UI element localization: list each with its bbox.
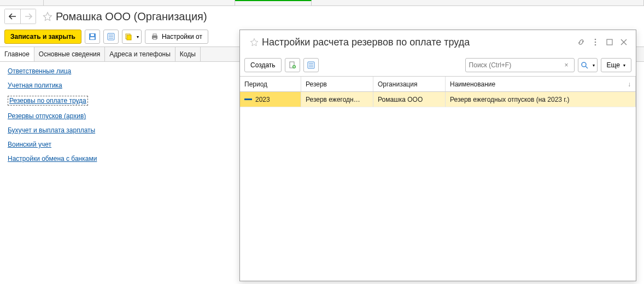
more-button[interactable]: Еще ▾ [601,58,631,72]
chevron-down-icon: ▾ [593,63,595,68]
svg-rect-10 [153,34,156,36]
arrow-right-icon [25,13,32,20]
link-icon[interactable] [576,37,587,48]
svg-line-23 [586,66,588,68]
modal-title: Настройки расчета резервов по оплате тру… [262,37,572,48]
search-dropdown-button[interactable]: ▾ [578,58,598,72]
sort-desc-icon: ↓ [628,80,631,88]
app-ribbon [0,0,644,6]
link-military[interactable]: Воинский учет [8,141,51,148]
link-accounting-policy[interactable]: Учетная политика [8,82,62,89]
modal-list-button[interactable] [303,58,319,72]
search-icon [581,61,588,69]
create-button[interactable]: Создать [244,58,282,72]
col-header-name[interactable]: Наименование ↓ [446,77,636,91]
search-box[interactable]: × [465,58,575,72]
save-icon [89,33,96,40]
page-title: Ромашка ООО (Организация) [56,10,207,23]
list-icon [307,61,315,69]
reserves-modal: Настройки расчета резервов по оплате тру… [239,30,636,281]
page-titlebar: Ромашка ООО (Организация) [0,6,644,27]
svg-rect-1 [90,37,95,39]
svg-rect-2 [91,34,94,36]
star-icon[interactable] [43,11,52,21]
close-icon[interactable] [618,37,629,48]
copy-button[interactable] [285,58,300,72]
new-doc-icon [289,61,296,69]
save-close-button[interactable]: Записать и закрыть [4,30,81,44]
table-row[interactable]: 2023 Резерв ежегодн… Ромашка ООО Резерв … [240,92,636,107]
col-header-org[interactable]: Организация [373,77,446,91]
link-reserves[interactable]: Резервы по оплате труда [8,96,88,106]
list-button[interactable] [103,30,119,44]
link-bank-exchange[interactable]: Настройки обмена с банками [8,155,97,163]
modal-titlebar: Настройки расчета резервов по оплате тру… [240,30,636,54]
search-clear-icon[interactable]: × [563,61,571,69]
cell-period-value: 2023 [255,96,270,103]
grid-header: Период Резерв Организация Наименование ↓ [240,77,636,92]
cell-period: 2023 [240,92,301,107]
svg-rect-15 [607,39,612,45]
search-input[interactable] [469,61,563,69]
tab-basic-info[interactable]: Основные сведения [34,47,105,61]
nav-box [4,9,36,24]
col-header-reserve[interactable]: Резерв [301,77,373,91]
save-button[interactable] [85,30,100,44]
link-responsible[interactable]: Ответственные лица [8,67,71,75]
cell-org: Ромашка ООО [373,92,446,107]
settings-label: Настройки от [162,33,202,40]
col-name-label: Наименование [450,80,495,88]
tab-codes[interactable]: Коды [175,47,201,61]
more-label: Еще [607,61,620,69]
col-header-period[interactable]: Период [240,77,301,91]
more-icon[interactable] [590,37,601,48]
svg-point-14 [595,44,596,46]
svg-point-12 [595,39,596,40]
print-icon [151,33,159,40]
svg-point-13 [595,42,596,43]
svg-rect-8 [127,35,131,40]
tab-main[interactable]: Главное [0,47,34,61]
maximize-icon[interactable] [604,37,615,48]
settings-dropdown-button[interactable]: Настройки от [145,30,208,44]
svg-rect-11 [153,38,156,39]
modal-toolbar: Создать × ▾ Еще ▾ [240,54,636,76]
cell-reserve: Резерв ежегодн… [301,92,373,107]
copy-icon [125,33,132,40]
row-marker-icon [244,98,252,100]
link-vacation-reserves[interactable]: Резервы отпусков (архив) [8,112,86,120]
modal-star-icon[interactable] [250,38,259,47]
list-icon [107,33,115,40]
forward-button[interactable] [20,9,36,24]
link-payroll[interactable]: Бухучет и выплата зарплаты [8,126,95,134]
svg-point-22 [582,62,586,67]
tab-addresses[interactable]: Адреса и телефоны [105,47,175,61]
cell-name: Резерв ежегодных отпусков (на 2023 г.) [446,92,636,107]
back-button[interactable] [5,9,20,24]
arrow-left-icon [9,13,16,20]
copy-dropdown-button[interactable]: ▾ [122,30,142,44]
chevron-down-icon: ▾ [137,34,139,39]
reserves-grid: Период Резерв Организация Наименование ↓… [240,76,636,281]
chevron-down-icon: ▾ [623,63,625,68]
